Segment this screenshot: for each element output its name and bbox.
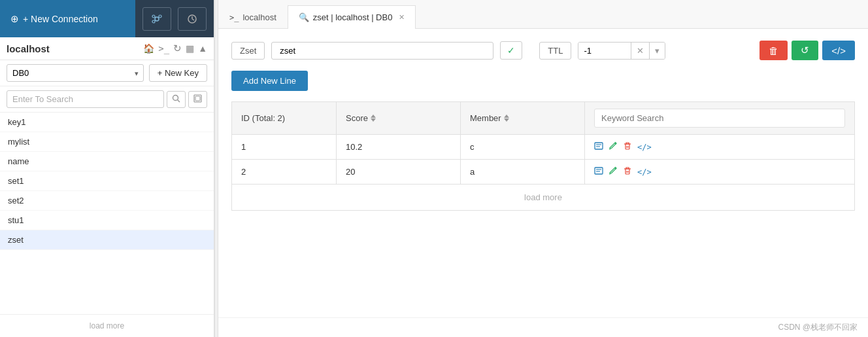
ttl-label: TTL	[539, 42, 571, 60]
sort-down-icon	[504, 118, 509, 122]
load-more-main[interactable]: load more	[231, 185, 855, 211]
cell-id-1: 1	[232, 135, 337, 160]
load-more-sidebar[interactable]: load more	[0, 314, 214, 337]
collapse-icon[interactable]: ▲	[198, 43, 207, 54]
db-select[interactable]: DB0 DB1 DB2	[7, 64, 144, 82]
tab-bar: >_ localhost 🔍 zset | localhost | DB0 ✕	[218, 0, 868, 29]
th-score: Score	[337, 102, 461, 135]
sidebar-header: ⊕ + New Connection	[0, 0, 214, 37]
home-icon[interactable]: 🏠	[143, 43, 154, 54]
row-actions-2: </>	[594, 166, 845, 177]
table-header: ID (Total: 2) Score Membe	[232, 102, 855, 135]
key-item-name[interactable]: name	[0, 152, 214, 171]
th-score-sort: Score	[346, 113, 451, 123]
add-new-line-button[interactable]: Add New Line	[231, 71, 308, 91]
code-key-button[interactable]: </>	[822, 41, 855, 60]
delete-key-button[interactable]: 🗑	[760, 41, 788, 60]
server-name: localhost	[7, 43, 50, 54]
cell-score-2: 20	[337, 160, 461, 185]
svg-point-3	[152, 20, 155, 23]
svg-rect-21	[595, 168, 603, 174]
tab-zset[interactable]: 🔍 zset | localhost | DB0 ✕	[288, 5, 416, 29]
server-actions: 🏠 >_ ↻ ▦ ▲	[143, 43, 207, 54]
refresh-server-icon[interactable]: ↻	[173, 43, 182, 54]
tab-localhost-icon: >_	[229, 13, 239, 22]
new-key-label: + New Key	[158, 68, 199, 78]
sort-up-icon	[371, 115, 376, 118]
th-actions	[585, 102, 855, 135]
cell-actions-2: </>	[585, 160, 855, 185]
new-connection-button[interactable]: ⊕ + New Connection	[0, 0, 135, 37]
svg-rect-13	[195, 96, 200, 101]
watermark-text: CSDN @栈老师不回家	[778, 323, 858, 332]
th-member-label: Member	[470, 113, 501, 123]
keyword-search-input[interactable]	[594, 109, 845, 128]
footer-watermark: CSDN @栈老师不回家	[218, 317, 868, 337]
sort-up-icon	[504, 115, 509, 118]
key-item-zset[interactable]: zset	[0, 230, 214, 250]
cell-member-1: c	[461, 135, 585, 160]
sidebar-icon-group	[135, 7, 214, 31]
row-delete-icon-2[interactable]	[623, 166, 632, 177]
key-item-stu1[interactable]: stu1	[0, 211, 214, 230]
content-area: Zset ✓ TTL ✕ ▾ 🗑 ↺ </> Add New Line	[218, 29, 868, 317]
th-member: Member	[461, 102, 585, 135]
row-view-icon-2[interactable]	[594, 166, 603, 177]
svg-rect-14	[595, 143, 603, 149]
key-confirm-button[interactable]: ✓	[500, 41, 522, 60]
tab-localhost-label: localhost	[242, 12, 276, 22]
row-actions-1: </>	[594, 141, 845, 152]
key-item-set1[interactable]: set1	[0, 171, 214, 191]
search-button[interactable]	[167, 91, 186, 108]
tab-zset-label: zset | localhost | DB0	[313, 12, 393, 22]
table-row: 2 20 a	[232, 160, 855, 185]
db-key-row: DB0 DB1 DB2 + New Key	[0, 60, 214, 86]
plus-icon: ⊕	[10, 13, 19, 25]
th-score-label: Score	[346, 113, 368, 123]
key-item-key1[interactable]: key1	[0, 113, 214, 132]
svg-point-1	[152, 15, 155, 18]
cell-actions-1: </>	[585, 135, 855, 160]
tab-close-icon[interactable]: ✕	[399, 13, 405, 22]
sidebar: ⊕ + New Connection	[0, 0, 214, 337]
server-row: localhost 🏠 >_ ↻ ▦ ▲	[0, 37, 214, 60]
ttl-input[interactable]	[578, 43, 631, 59]
score-sort-icon[interactable]	[371, 115, 376, 122]
table-body: 1 10.2 c	[232, 135, 855, 185]
terminal-icon[interactable]: >_	[158, 43, 169, 54]
table-row: 1 10.2 c	[232, 135, 855, 160]
filter-icon	[193, 94, 202, 103]
row-code-icon-1[interactable]: </>	[637, 143, 652, 152]
key-item-set2[interactable]: set2	[0, 191, 214, 211]
filter-button[interactable]	[188, 91, 207, 108]
svg-line-9	[192, 19, 194, 20]
tab-localhost[interactable]: >_ localhost	[218, 5, 288, 29]
search-input[interactable]	[7, 90, 164, 108]
grid-icon[interactable]: ▦	[186, 43, 194, 54]
key-item-mylist[interactable]: mylist	[0, 132, 214, 152]
row-edit-icon-2[interactable]	[609, 166, 618, 177]
key-list: key1 mylist name set1 set2 stu1 zset	[0, 113, 214, 314]
history-icon-button[interactable]	[178, 7, 207, 31]
load-more-main-label: load more	[524, 192, 562, 202]
clock-icon	[187, 14, 197, 24]
member-sort-icon[interactable]	[504, 115, 509, 122]
connections-icon-button[interactable]	[142, 7, 171, 31]
svg-rect-25	[626, 169, 629, 174]
ttl-controls: ✕ ▾	[578, 42, 665, 60]
row-code-icon-2[interactable]: </>	[637, 168, 652, 177]
connections-icon	[152, 14, 162, 24]
ttl-down-button[interactable]: ▾	[649, 43, 665, 59]
refresh-key-button[interactable]: ↺	[792, 41, 818, 60]
key-type-badge: Zset	[231, 42, 265, 60]
row-edit-icon-1[interactable]	[609, 141, 618, 152]
svg-rect-18	[626, 144, 629, 149]
row-delete-icon-1[interactable]	[623, 141, 632, 152]
sort-down-icon	[371, 118, 376, 122]
key-name-input[interactable]	[271, 42, 493, 60]
new-key-button[interactable]: + New Key	[149, 64, 207, 82]
ttl-clear-button[interactable]: ✕	[631, 43, 649, 59]
row-view-icon-1[interactable]	[594, 141, 603, 152]
add-new-line-label: Add New Line	[243, 76, 296, 86]
cell-member-2: a	[461, 160, 585, 185]
